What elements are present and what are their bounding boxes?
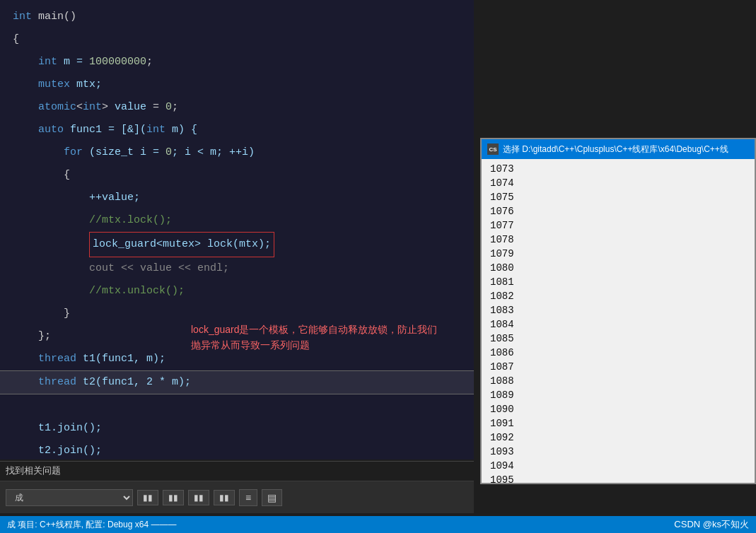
code-line-text: atomic<int> value = 0; xyxy=(38,96,178,119)
console-number: 1074 xyxy=(490,176,755,190)
code-line: { xyxy=(0,28,474,51)
console-numbers: 1073107410751076107710781079108010811082… xyxy=(482,162,755,483)
code-line-text: auto func1 = [&](int m) { xyxy=(38,119,197,141)
issues-bar: 找到相关问题 xyxy=(0,461,474,479)
code-line-text: //mtx.unlock(); xyxy=(89,280,185,303)
code-content: int main(){int m = 100000000;mutex mtx;a… xyxy=(0,0,474,459)
console-number: 1079 xyxy=(490,247,755,261)
toolbar-select[interactable]: 成 xyxy=(6,489,133,506)
console-number: 1077 xyxy=(490,218,755,233)
code-line: //mtx.unlock(); xyxy=(0,280,474,303)
status-bar: 成 项目: C++线程库, 配置: Debug x64 ——— CSDN @ks… xyxy=(0,516,756,533)
console-number: 1088 xyxy=(490,374,755,388)
toolbar-btn-4[interactable]: ▮▮ xyxy=(214,490,235,505)
code-line: thread t2(func1, 2 * m); xyxy=(0,370,474,394)
console-number: 1076 xyxy=(490,204,755,218)
code-line-text: cout << value << endl; xyxy=(89,257,229,280)
console-number: 1090 xyxy=(490,402,755,416)
console-number: 1080 xyxy=(490,261,755,275)
toolbar-area: 成 ▮▮ ▮▮ ▮▮ ▮▮ ≡ ▤ xyxy=(0,481,474,513)
code-line-text: mutex mtx; xyxy=(38,74,102,96)
code-line: atomic<int> value = 0; xyxy=(0,96,474,119)
annotation-bubble: lock_guard是一个模板，它能够自动释放放锁，防止我们 抛异常从而导致一系… xyxy=(191,322,438,353)
highlight-token: lock_guard<mutex> lock(mtx); xyxy=(89,232,274,257)
code-line-text: t2.join(); xyxy=(38,440,102,459)
console-number: 1085 xyxy=(490,332,755,346)
console-number: 1082 xyxy=(490,289,755,303)
console-icon: CS xyxy=(487,144,499,155)
code-line: { xyxy=(0,164,474,187)
console-number: 1083 xyxy=(490,303,755,317)
console-content: 1073107410751076107710781079108010811082… xyxy=(482,159,755,483)
console-number: 1091 xyxy=(490,416,755,430)
console-title: 选择 D:\gitadd\C++\Cplusplus\C++线程库\x64\De… xyxy=(503,144,728,156)
status-right: CSDN @ks不知火 xyxy=(674,518,749,531)
code-line: mutex mtx; xyxy=(0,74,474,96)
console-number: 1081 xyxy=(490,275,755,289)
code-line-text: int m = 100000000; xyxy=(38,51,153,74)
console-number: 1073 xyxy=(490,162,755,176)
code-line: cout << value << endl; xyxy=(0,257,474,280)
console-number: 1092 xyxy=(490,430,755,445)
console-number: 1094 xyxy=(490,459,755,473)
code-line xyxy=(0,394,474,417)
console-number: 1086 xyxy=(490,346,755,360)
code-line: int m = 100000000; xyxy=(0,51,474,74)
console-number: 1089 xyxy=(490,388,755,402)
code-line: int main() xyxy=(0,6,474,28)
code-line-text: //mtx.lock(); xyxy=(89,209,172,232)
code-line: //mtx.lock(); xyxy=(0,209,474,232)
code-editor: int main(){int m = 100000000;mutex mtx;a… xyxy=(0,0,474,459)
code-line: t2.join(); xyxy=(0,440,474,459)
code-line-text: }; xyxy=(38,325,51,348)
code-line: lock_guard<mutex> lock(mtx); xyxy=(0,232,474,257)
code-line-text: t1.join(); xyxy=(38,417,102,440)
code-line-text: lock_guard<mutex> lock(mtx); xyxy=(89,232,274,257)
code-line-text: for (size_t i = 0; i < m; ++i) xyxy=(64,141,255,164)
toolbar-btn-2[interactable]: ▮▮ xyxy=(163,490,184,505)
code-line: for (size_t i = 0; i < m; ++i) xyxy=(0,141,474,164)
console-number: 1084 xyxy=(490,317,755,332)
console-popup: CS 选择 D:\gitadd\C++\Cplusplus\C++线程库\x64… xyxy=(480,138,756,484)
code-line-text: { xyxy=(13,28,19,51)
console-number: 1093 xyxy=(490,445,755,459)
toolbar-btn-1[interactable]: ▮▮ xyxy=(137,490,158,505)
console-number: 1087 xyxy=(490,360,755,374)
console-number: 1075 xyxy=(490,190,755,204)
code-line-text: } xyxy=(64,303,70,325)
toolbar-btn-3[interactable]: ▮▮ xyxy=(188,490,209,505)
toolbar-btn-6[interactable]: ▤ xyxy=(262,489,282,506)
console-number: 1095 xyxy=(490,473,755,483)
code-line-text: int main() xyxy=(13,6,76,28)
code-line-text: thread t1(func1, m); xyxy=(38,348,165,370)
code-line: ++value; xyxy=(0,187,474,209)
code-line-text: ++value; xyxy=(89,187,140,209)
code-line-text: { xyxy=(64,164,70,187)
status-left: 成 项目: C++线程库, 配置: Debug x64 ——— xyxy=(7,519,674,531)
toolbar-btn-5[interactable]: ≡ xyxy=(239,489,257,506)
console-number: 1078 xyxy=(490,233,755,247)
console-titlebar: CS 选择 D:\gitadd\C++\Cplusplus\C++线程库\x64… xyxy=(482,139,755,159)
code-line: auto func1 = [&](int m) { xyxy=(0,119,474,141)
code-line: t1.join(); xyxy=(0,417,474,440)
code-line-text: thread t2(func1, 2 * m); xyxy=(38,371,191,394)
